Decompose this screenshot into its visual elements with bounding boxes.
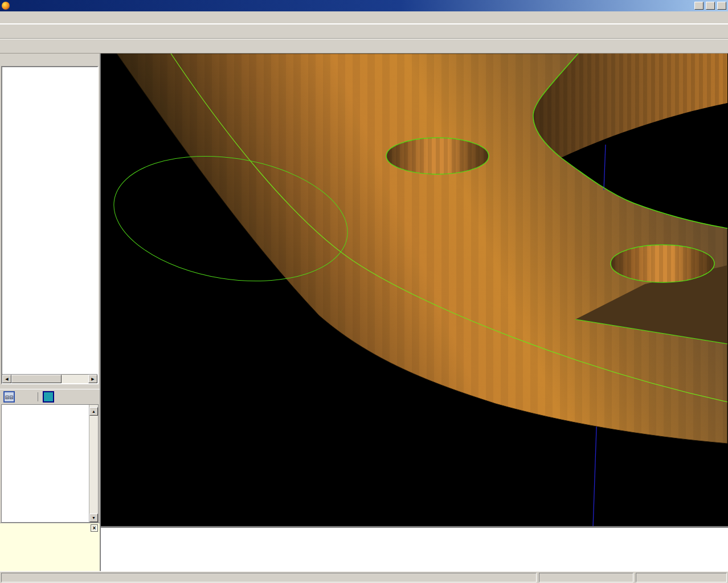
scroll-down-icon[interactable]: ▼: [89, 514, 98, 522]
panel-splitter[interactable]: [0, 384, 100, 389]
restore-button[interactable]: [706, 2, 715, 10]
tree-horizontal-scrollbar[interactable]: ◀ ▶: [2, 374, 97, 383]
drawing-tree: [2, 67, 97, 374]
scroll-thumb[interactable]: [11, 375, 62, 383]
title-bar: [0, 0, 728, 11]
close-description-icon[interactable]: ×: [91, 524, 98, 532]
property-toolbar: ⊟⊟: [0, 389, 100, 404]
status-coordinates: [636, 573, 727, 582]
viewport-area: [101, 54, 728, 571]
left-panel: ◀ ▶ ⊟⊟ ▲ ▼ ×: [0, 54, 101, 571]
app-icon: [2, 2, 10, 10]
scroll-left-icon[interactable]: ◀: [2, 375, 11, 383]
property-grid: ▲ ▼: [1, 404, 99, 523]
drawing-tree-panel: ◀ ▶: [1, 66, 99, 384]
panel-tabs: [0, 54, 100, 66]
property-description-panel: ×: [0, 523, 100, 571]
toolbar-main: [0, 24, 728, 39]
scroll-right-icon[interactable]: ▶: [88, 375, 97, 383]
viewport-3d[interactable]: [101, 54, 728, 526]
viewport-margin: [101, 528, 728, 571]
alphabetical-sort-button[interactable]: [18, 391, 30, 403]
scroll-track[interactable]: [11, 375, 88, 383]
scroll-up-icon[interactable]: ▲: [89, 407, 98, 416]
status-message-panel: [1, 573, 537, 582]
property-grid-scrollbar[interactable]: ▲ ▼: [89, 405, 98, 522]
app-window: ◀ ▶ ⊟⊟ ▲ ▼ ×: [0, 0, 728, 583]
categorized-view-button[interactable]: ⊟⊟: [3, 391, 15, 403]
status-info-panel: [539, 573, 633, 582]
toolbar-tools: [0, 39, 728, 54]
help-button[interactable]: [43, 391, 54, 403]
close-button[interactable]: [717, 2, 726, 10]
menu-bar: [0, 11, 728, 24]
minimize-button[interactable]: [694, 2, 704, 10]
status-bar: [0, 571, 728, 583]
